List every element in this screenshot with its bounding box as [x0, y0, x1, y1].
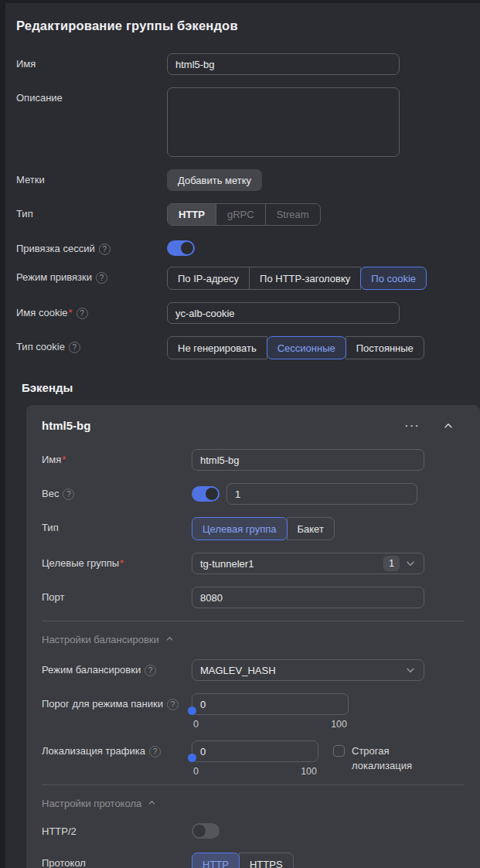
- slider-max-label: 100: [331, 719, 347, 730]
- backend-card-title: html5-bg: [42, 419, 404, 432]
- group-type-segmented: HTTP gRPC Stream: [167, 203, 321, 226]
- toggle-knob: [206, 488, 218, 500]
- required-marker: *: [69, 307, 73, 318]
- protocol-row: Протокол HTTP HTTPS: [42, 853, 465, 868]
- chevron-up-icon[interactable]: [443, 420, 454, 431]
- edit-backend-group-panel: Редактирование группы бэкендов Имя Описа…: [5, 3, 480, 868]
- add-label-button[interactable]: Добавить метку: [167, 169, 262, 191]
- panic-threshold-input[interactable]: [192, 693, 349, 715]
- target-groups-value: tg-tunneler1: [200, 558, 383, 570]
- session-affinity-toggle[interactable]: [167, 240, 195, 256]
- chevron-up-icon: [165, 634, 174, 645]
- cookie-no-generate-button[interactable]: Не генерировать: [167, 336, 267, 359]
- backend-name-label: Имя*: [42, 454, 66, 467]
- cookie-session-button[interactable]: Сессионные: [267, 336, 346, 359]
- chevron-down-icon: [405, 665, 416, 676]
- target-group-button[interactable]: Целевая группа: [192, 517, 288, 540]
- cookie-persistent-button[interactable]: Постоянные: [346, 336, 424, 359]
- affinity-by-cookie-button[interactable]: По cookie: [360, 267, 427, 290]
- port-label: Порт: [42, 591, 64, 604]
- required-marker: *: [62, 454, 66, 465]
- help-icon[interactable]: ?: [63, 488, 74, 500]
- help-icon[interactable]: ?: [167, 699, 179, 710]
- divider: [42, 785, 465, 785]
- balancing-mode-select[interactable]: MAGLEV_HASH: [192, 659, 424, 681]
- more-actions-icon[interactable]: ···: [404, 422, 420, 430]
- page-title: Редактирование группы бэкендов: [16, 19, 480, 33]
- group-type-label: Тип: [16, 208, 33, 221]
- labels-label: Метки: [16, 174, 45, 187]
- affinity-mode-label: Режим привязки: [16, 271, 92, 284]
- slider-max-label: 100: [301, 766, 317, 777]
- description-label: Описание: [16, 92, 63, 105]
- slider-handle[interactable]: [188, 706, 196, 715]
- description-textarea[interactable]: [167, 87, 400, 157]
- affinity-by-header-button[interactable]: По HTTP-заголовку: [249, 267, 361, 290]
- port-input[interactable]: [192, 587, 424, 608]
- name-label: Имя: [16, 58, 36, 71]
- traffic-locality-input[interactable]: [192, 740, 318, 762]
- help-icon[interactable]: ?: [149, 746, 161, 757]
- required-marker: *: [120, 557, 124, 569]
- backend-name-row: Имя*: [42, 449, 465, 471]
- name-row: Имя: [16, 53, 480, 75]
- weight-toggle[interactable]: [192, 486, 220, 502]
- balancing-mode-row: Режим балансировки ? MAGLEV_HASH: [42, 659, 465, 681]
- protocol-label: Протокол: [42, 857, 86, 868]
- slider-min-label: 0: [193, 719, 199, 730]
- cookie-type-row: Тип cookie ? Не генерировать Сессионные …: [16, 336, 480, 359]
- segment-http[interactable]: HTTP: [168, 204, 216, 225]
- http2-row: HTTP/2: [42, 823, 465, 839]
- slider-handle[interactable]: [188, 754, 196, 762]
- divider: [42, 621, 465, 621]
- help-icon[interactable]: ?: [145, 665, 156, 676]
- affinity-mode-group: По IP-адресу По HTTP-заголовку По cookie: [167, 267, 427, 290]
- target-groups-select[interactable]: tg-tunneler1 1: [192, 553, 424, 574]
- help-icon[interactable]: ?: [69, 342, 80, 353]
- affinity-by-ip-button[interactable]: По IP-адресу: [167, 267, 250, 290]
- target-groups-label: Целевые группы*: [42, 557, 124, 570]
- balancing-settings-toggle[interactable]: Настройки балансировки: [42, 634, 465, 645]
- slider-min-label: 0: [193, 766, 199, 777]
- toggle-knob: [193, 825, 206, 837]
- cookie-type-label: Тип cookie: [16, 341, 65, 354]
- panic-threshold-slider: 0 100: [192, 693, 349, 730]
- protocol-group: HTTP HTTPS: [192, 853, 294, 868]
- help-icon[interactable]: ?: [96, 272, 107, 284]
- backend-type-row: Тип Целевая группа Бакет: [42, 517, 465, 540]
- strict-locality-checkbox[interactable]: [333, 745, 345, 757]
- segment-grpc: gRPC: [216, 204, 265, 225]
- http2-toggle[interactable]: [192, 823, 220, 839]
- affinity-mode-row: Режим привязки ? По IP-адресу По HTTP-за…: [16, 267, 480, 290]
- weight-input[interactable]: [226, 483, 417, 505]
- strict-locality-field: Строгая локализация: [333, 740, 425, 774]
- protocol-https-button[interactable]: HTTPS: [239, 853, 294, 868]
- description-row: Описание: [16, 87, 480, 157]
- chevron-down-icon: [405, 558, 416, 569]
- traffic-locality-slider: 0 100: [192, 740, 318, 777]
- backend-type-label: Тип: [42, 522, 59, 535]
- protocol-settings-toggle[interactable]: Настройки протокола: [42, 798, 465, 809]
- traffic-locality-row: Локализация трафика ? 0 100 Строгая лока…: [42, 740, 465, 777]
- help-icon[interactable]: ?: [77, 308, 88, 319]
- protocol-http-button[interactable]: HTTP: [192, 853, 240, 868]
- session-affinity-label: Привязка сессий: [16, 243, 95, 256]
- group-type-row: Тип HTTP gRPC Stream: [16, 203, 480, 226]
- backend-type-group: Целевая группа Бакет: [192, 517, 335, 540]
- weight-label: Вес: [42, 488, 59, 501]
- backend-name-input[interactable]: [192, 449, 424, 471]
- help-icon[interactable]: ?: [99, 243, 111, 255]
- cookie-name-input[interactable]: [167, 302, 400, 324]
- balancing-mode-value: MAGLEV_HASH: [200, 665, 405, 676]
- protocol-settings-title: Настройки протокола: [42, 798, 141, 809]
- bucket-button[interactable]: Бакет: [287, 517, 335, 540]
- cookie-name-label: Имя cookie*: [16, 307, 73, 320]
- traffic-locality-label: Локализация трафика: [42, 745, 145, 758]
- name-input[interactable]: [167, 53, 400, 75]
- strict-locality-label: Строгая локализация: [352, 744, 425, 774]
- cookie-type-group: Не генерировать Сессионные Постоянные: [167, 336, 424, 359]
- session-affinity-row: Привязка сессий ?: [16, 238, 480, 256]
- weight-row: Вес ?: [42, 483, 465, 505]
- labels-row: Метки Добавить метку: [16, 169, 480, 191]
- backend-card-header: html5-bg ···: [42, 419, 465, 432]
